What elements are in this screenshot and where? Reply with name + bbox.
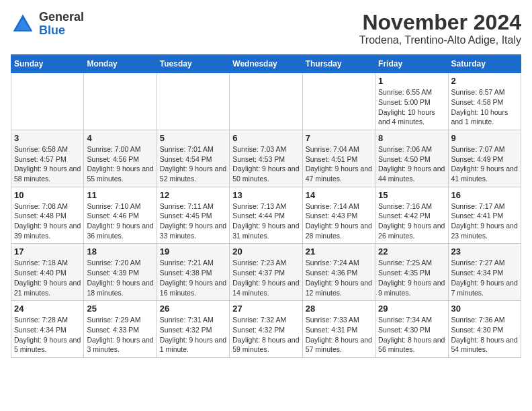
day-number: 8	[378, 133, 445, 143]
day-cell: 18Sunrise: 7:20 AM Sunset: 4:39 PM Dayli…	[84, 244, 157, 301]
logo-icon	[11, 12, 35, 36]
month-title: November 2024	[359, 11, 521, 34]
day-number: 2	[451, 76, 518, 86]
day-number: 18	[87, 246, 153, 257]
day-cell	[11, 73, 84, 130]
day-cell: 30Sunrise: 7:36 AM Sunset: 4:30 PM Dayli…	[448, 301, 521, 358]
weekday-thursday: Thursday	[302, 55, 375, 73]
day-info: Sunrise: 7:16 AM Sunset: 4:42 PM Dayligh…	[378, 201, 445, 241]
weekday-tuesday: Tuesday	[157, 55, 229, 73]
day-cell: 21Sunrise: 7:24 AM Sunset: 4:36 PM Dayli…	[302, 244, 375, 301]
day-info: Sunrise: 7:06 AM Sunset: 4:50 PM Dayligh…	[378, 144, 445, 184]
day-number: 1	[378, 76, 445, 86]
week-row-1: 1Sunrise: 6:55 AM Sunset: 5:00 PM Daylig…	[11, 73, 521, 130]
day-info: Sunrise: 7:27 AM Sunset: 4:34 PM Dayligh…	[451, 258, 518, 298]
day-number: 27	[232, 304, 299, 314]
day-info: Sunrise: 7:03 AM Sunset: 4:53 PM Dayligh…	[232, 144, 299, 184]
day-cell: 20Sunrise: 7:23 AM Sunset: 4:37 PM Dayli…	[230, 244, 302, 301]
logo: General Blue	[11, 11, 84, 38]
day-cell: 27Sunrise: 7:32 AM Sunset: 4:32 PM Dayli…	[230, 301, 302, 358]
day-number: 10	[14, 190, 81, 200]
day-cell: 14Sunrise: 7:14 AM Sunset: 4:43 PM Dayli…	[302, 187, 375, 244]
day-cell: 16Sunrise: 7:17 AM Sunset: 4:41 PM Dayli…	[448, 187, 521, 244]
day-info: Sunrise: 6:58 AM Sunset: 4:57 PM Dayligh…	[14, 144, 81, 184]
day-info: Sunrise: 7:23 AM Sunset: 4:37 PM Dayligh…	[232, 258, 299, 298]
day-number: 28	[306, 304, 372, 314]
day-number: 7	[306, 133, 372, 143]
day-number: 29	[378, 304, 445, 314]
day-info: Sunrise: 7:11 AM Sunset: 4:45 PM Dayligh…	[160, 201, 226, 241]
day-info: Sunrise: 7:13 AM Sunset: 4:44 PM Dayligh…	[232, 201, 299, 241]
day-cell: 1Sunrise: 6:55 AM Sunset: 5:00 PM Daylig…	[375, 73, 448, 130]
day-cell: 29Sunrise: 7:34 AM Sunset: 4:30 PM Dayli…	[375, 301, 448, 358]
day-cell: 28Sunrise: 7:33 AM Sunset: 4:31 PM Dayli…	[302, 301, 375, 358]
day-info: Sunrise: 7:33 AM Sunset: 4:31 PM Dayligh…	[306, 315, 372, 355]
day-cell: 9Sunrise: 7:07 AM Sunset: 4:49 PM Daylig…	[448, 130, 521, 187]
location: Trodena, Trentino-Alto Adige, Italy	[359, 34, 521, 46]
day-info: Sunrise: 6:55 AM Sunset: 5:00 PM Dayligh…	[378, 87, 445, 127]
day-cell: 6Sunrise: 7:03 AM Sunset: 4:53 PM Daylig…	[230, 130, 302, 187]
day-number: 16	[451, 190, 518, 200]
day-number: 6	[232, 133, 299, 143]
day-cell: 23Sunrise: 7:27 AM Sunset: 4:34 PM Dayli…	[448, 244, 521, 301]
day-cell: 26Sunrise: 7:31 AM Sunset: 4:32 PM Dayli…	[157, 301, 229, 358]
day-number: 21	[306, 246, 372, 257]
day-info: Sunrise: 7:36 AM Sunset: 4:30 PM Dayligh…	[451, 315, 518, 355]
day-info: Sunrise: 7:14 AM Sunset: 4:43 PM Dayligh…	[306, 201, 372, 241]
day-cell: 25Sunrise: 7:29 AM Sunset: 4:33 PM Dayli…	[84, 301, 157, 358]
day-number: 24	[14, 304, 81, 314]
day-cell: 11Sunrise: 7:10 AM Sunset: 4:46 PM Dayli…	[84, 187, 157, 244]
week-row-2: 3Sunrise: 6:58 AM Sunset: 4:57 PM Daylig…	[11, 130, 521, 187]
day-cell: 2Sunrise: 6:57 AM Sunset: 4:58 PM Daylig…	[448, 73, 521, 130]
weekday-monday: Monday	[84, 55, 157, 73]
day-info: Sunrise: 7:21 AM Sunset: 4:38 PM Dayligh…	[160, 258, 226, 298]
header: General Blue November 2024 Trodena, Tren…	[11, 11, 521, 46]
week-row-3: 10Sunrise: 7:08 AM Sunset: 4:48 PM Dayli…	[11, 187, 521, 244]
day-info: Sunrise: 7:00 AM Sunset: 4:56 PM Dayligh…	[87, 144, 153, 184]
day-cell: 8Sunrise: 7:06 AM Sunset: 4:50 PM Daylig…	[375, 130, 448, 187]
day-cell: 24Sunrise: 7:28 AM Sunset: 4:34 PM Dayli…	[11, 301, 84, 358]
day-info: Sunrise: 7:31 AM Sunset: 4:32 PM Dayligh…	[160, 315, 226, 355]
day-number: 17	[14, 246, 81, 257]
day-cell	[84, 73, 157, 130]
day-cell	[157, 73, 229, 130]
day-info: Sunrise: 7:20 AM Sunset: 4:39 PM Dayligh…	[87, 258, 153, 298]
day-cell: 10Sunrise: 7:08 AM Sunset: 4:48 PM Dayli…	[11, 187, 84, 244]
day-cell: 12Sunrise: 7:11 AM Sunset: 4:45 PM Dayli…	[157, 187, 229, 244]
weekday-sunday: Sunday	[11, 55, 84, 73]
day-number: 19	[160, 246, 226, 257]
day-info: Sunrise: 7:04 AM Sunset: 4:51 PM Dayligh…	[306, 144, 372, 184]
day-number: 12	[160, 190, 226, 200]
day-cell: 5Sunrise: 7:01 AM Sunset: 4:54 PM Daylig…	[157, 130, 229, 187]
day-cell: 4Sunrise: 7:00 AM Sunset: 4:56 PM Daylig…	[84, 130, 157, 187]
weekday-friday: Friday	[375, 55, 448, 73]
day-info: Sunrise: 7:32 AM Sunset: 4:32 PM Dayligh…	[232, 315, 299, 355]
week-row-4: 17Sunrise: 7:18 AM Sunset: 4:40 PM Dayli…	[11, 244, 521, 301]
weekday-row: SundayMondayTuesdayWednesdayThursdayFrid…	[11, 55, 521, 73]
weekday-wednesday: Wednesday	[230, 55, 302, 73]
day-number: 14	[306, 190, 372, 200]
week-row-5: 24Sunrise: 7:28 AM Sunset: 4:34 PM Dayli…	[11, 301, 521, 358]
day-cell: 13Sunrise: 7:13 AM Sunset: 4:44 PM Dayli…	[230, 187, 302, 244]
day-info: Sunrise: 7:18 AM Sunset: 4:40 PM Dayligh…	[14, 258, 81, 298]
day-info: Sunrise: 7:28 AM Sunset: 4:34 PM Dayligh…	[14, 315, 81, 355]
calendar-header: SundayMondayTuesdayWednesdayThursdayFrid…	[11, 55, 521, 73]
day-number: 5	[160, 133, 226, 143]
day-info: Sunrise: 6:57 AM Sunset: 4:58 PM Dayligh…	[451, 87, 518, 127]
day-number: 20	[232, 246, 299, 257]
day-cell: 22Sunrise: 7:25 AM Sunset: 4:35 PM Dayli…	[375, 244, 448, 301]
day-cell: 19Sunrise: 7:21 AM Sunset: 4:38 PM Dayli…	[157, 244, 229, 301]
day-cell: 3Sunrise: 6:58 AM Sunset: 4:57 PM Daylig…	[11, 130, 84, 187]
day-number: 15	[378, 190, 445, 200]
day-cell	[230, 73, 302, 130]
day-number: 23	[451, 246, 518, 257]
day-info: Sunrise: 7:08 AM Sunset: 4:48 PM Dayligh…	[14, 201, 81, 241]
weekday-saturday: Saturday	[448, 55, 521, 73]
calendar: SundayMondayTuesdayWednesdayThursdayFrid…	[11, 54, 521, 358]
day-number: 30	[451, 304, 518, 314]
title-area: November 2024 Trodena, Trentino-Alto Adi…	[359, 11, 521, 46]
day-cell	[302, 73, 375, 130]
logo-blue: Blue	[39, 24, 65, 37]
day-info: Sunrise: 7:34 AM Sunset: 4:30 PM Dayligh…	[378, 315, 445, 355]
day-cell: 7Sunrise: 7:04 AM Sunset: 4:51 PM Daylig…	[302, 130, 375, 187]
